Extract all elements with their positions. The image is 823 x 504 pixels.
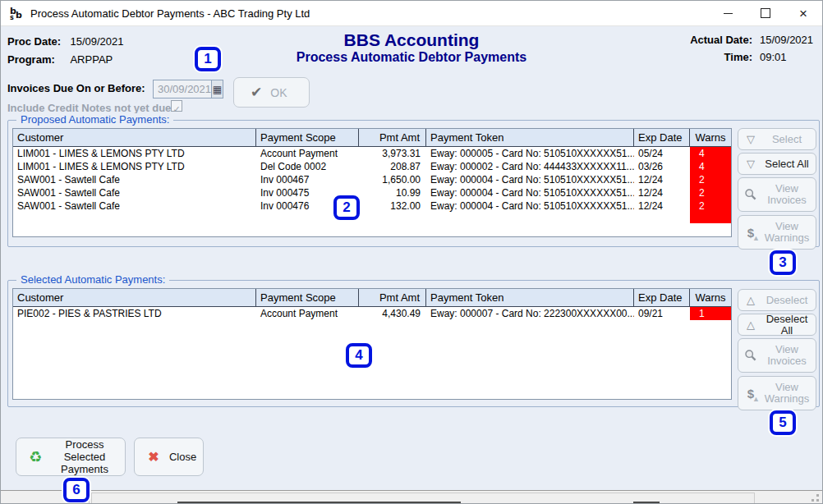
header-cell-payment-scope: Payment Scope [256,129,359,146]
close-button[interactable]: ✖ Close [134,438,204,476]
cell-amount: 208.87 [359,160,426,173]
bbs-logo-icon: b b s [8,5,25,21]
view-invoices-button[interactable]: View Invoices [738,338,816,373]
view-invoices-button[interactable]: View Invoices [738,177,816,212]
annotation-4: 4 [346,343,372,368]
table-row[interactable]: LIM001 - LIMES & LEMONS PTY LTDAccount P… [13,147,731,160]
table-row[interactable]: SAW001 - Sawtell CafeInv 0004671,650.00E… [13,173,731,186]
svg-text:b: b [16,10,22,21]
cell-amount: 1,650.00 [359,173,426,186]
header-cell-customer: Customer [13,129,256,146]
view-warnings-button[interactable]: $▲ View Warnings [738,376,816,410]
cell-token: Eway: 000005 - Card No: 510510XXXXXX51..… [426,147,634,160]
ok-label: OK [270,86,287,99]
maximize-button[interactable] [747,1,784,25]
actual-date-label: Actual Date: [658,34,752,46]
cell-token: Eway: 000007 - Card No: 222300XXXXXX00..… [426,307,634,320]
cell-token: Eway: 000002 - Card No: 444433XXXXXX11..… [426,160,634,173]
header-cell-exp-date: Exp Date [634,289,690,306]
recycle-icon: ♻ [21,448,49,466]
deselect-button[interactable]: △ Deselect [738,289,816,311]
cell-customer: SAW001 - Sawtell Cafe [13,186,256,199]
invoices-due-label: Invoices Due On or Before: [7,82,145,94]
cell-scope: Inv 000467 [256,173,359,186]
svg-text:s: s [10,14,14,21]
include-credit-label: Include Credit Notes not yet due: [7,102,175,114]
warns-column-highlight [690,213,731,223]
cell-exp: 03/26 [634,160,690,173]
header-cell-customer: Customer [13,289,256,306]
annotation-6: 6 [63,478,90,502]
table-row[interactable]: LIM001 - LIMES & LEMONS PTY LTDDel Code … [13,160,731,173]
triangle-up-icon: △ [741,294,761,306]
header-cell-warns: Warns [690,289,731,306]
annotation-1: 1 [195,47,221,71]
cell-warns: 2 [690,173,731,186]
select-button[interactable]: ▽ Select [738,128,816,150]
cell-customer: SAW001 - Sawtell Cafe [13,199,256,213]
annotation-5: 5 [770,410,796,435]
selected-group-label: Selected Automatic Payments: [16,273,169,286]
process-selected-payments-button[interactable]: ♻ Process Selected Payments [16,438,126,476]
magnifier-icon [741,188,761,201]
cell-exp: 12/24 [634,186,690,199]
table-row[interactable]: PIE002 - PIES & PASTRIES LTDAccount Paym… [13,307,731,320]
time-value: 09:01 [760,51,817,63]
close-icon: × [799,7,807,21]
cell-customer: SAW001 - Sawtell Cafe [13,173,256,186]
header-cell-payment-token: Payment Token [426,289,634,306]
table-row[interactable]: SAW001 - Sawtell CafeInv 000476132.00Ewa… [13,199,731,213]
resize-grip[interactable] [809,492,819,502]
table-header: Customer Payment Scope Pmt Amt Payment T… [13,289,731,307]
include-credit-checkbox[interactable]: ✓ [171,100,182,112]
minimize-button[interactable] [709,1,747,25]
dollar-warning-icon: $▲ [741,226,761,240]
invoices-due-value: 30/09/2021 [154,80,211,98]
triangle-down-icon: ▽ [741,133,761,145]
table-header: Customer Payment Scope Pmt Amt Payment T… [13,129,731,147]
header-cell-pmt-amt: Pmt Amt [359,289,426,306]
checkmark-icon: ✔ [251,84,262,101]
view-warnings-button[interactable]: $▲ View Warnings [738,215,816,250]
proposed-actions: ▽ Select ▽ Select All View Invoices $▲ V… [738,128,816,253]
invoices-due-field[interactable]: 30/09/2021 ▦ [153,80,223,99]
cell-warns: 2 [690,186,731,199]
annotation-2: 2 [333,195,360,220]
close-window-button[interactable]: × [784,1,822,25]
cell-customer: LIM001 - LIMES & LEMONS PTY LTD [13,160,256,173]
cell-warns: 4 [690,147,731,160]
header-cell-warns: Warns [690,129,731,146]
annotation-3: 3 [770,250,796,275]
cell-token: Eway: 000004 - Card No: 510510XXXXXX51..… [426,199,634,213]
table-row[interactable]: SAW001 - Sawtell CafeInv 00047510.99Eway… [13,186,731,199]
window-titlebar[interactable]: b b s Process Automatic Debtor Payments … [1,1,822,26]
actual-date-value: 15/09/2021 [760,34,817,46]
cell-amount: 3,973.31 [359,147,426,160]
cell-exp: 12/24 [634,173,690,186]
header-cell-exp-date: Exp Date [634,129,690,146]
selected-payments-table: Customer Payment Scope Pmt Amt Payment T… [12,288,732,400]
cell-scope: Account Payment [256,147,359,160]
date-picker-button[interactable]: ▦ [211,80,223,98]
cell-exp: 12/24 [634,199,690,213]
minimize-icon [724,13,733,14]
time-label: Time: [658,51,752,63]
cell-scope: Del Code 0002 [256,160,359,173]
cell-customer: PIE002 - PIES & PASTRIES LTD [13,307,256,320]
selected-table-body: PIE002 - PIES & PASTRIES LTDAccount Paym… [13,307,731,320]
window-title: Process Automatic Debtor Payments - ABC … [30,7,310,20]
deselect-all-button[interactable]: △ Deselect All [738,314,816,336]
cell-token: Eway: 000004 - Card No: 510510XXXXXX51..… [426,173,634,186]
select-all-button[interactable]: ▽ Select All [738,153,816,175]
cell-amount: 4,430.49 [359,307,426,320]
ok-button[interactable]: ✔ OK [233,77,310,108]
red-x-icon: ✖ [140,449,168,465]
checkbox-check-icon: ✓ [172,104,180,114]
header-cell-payment-scope: Payment Scope [256,289,359,306]
dollar-warning-icon: $▲ [741,387,761,401]
proposed-payments-table: Customer Payment Scope Pmt Amt Payment T… [12,128,732,237]
proposed-table-body: LIM001 - LIMES & LEMONS PTY LTDAccount P… [13,147,731,213]
maximize-icon [761,8,770,18]
cell-token: Eway: 000004 - Card No: 510510XXXXXX51..… [426,186,634,199]
calendar-icon: ▦ [213,84,222,95]
